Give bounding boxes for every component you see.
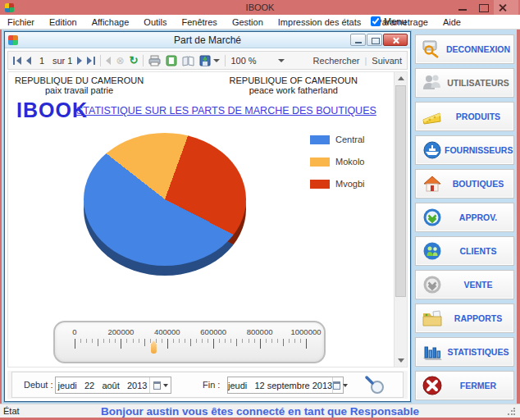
gauge-tick-label: 200000 bbox=[108, 327, 135, 336]
statusbar: État Bonjour austin vous êtes connecté e… bbox=[0, 404, 520, 418]
close-button[interactable] bbox=[494, 0, 518, 15]
zoom-select[interactable]: 100 % bbox=[230, 56, 284, 66]
end-date-picker[interactable]: jeudi 12 septembre 2013 bbox=[227, 377, 344, 394]
sidebar-button-vente[interactable]: VENTE bbox=[415, 270, 514, 299]
minimize-button[interactable] bbox=[453, 0, 473, 15]
gauge-tick bbox=[202, 339, 203, 343]
print-icon[interactable] bbox=[148, 55, 161, 66]
last-page-button[interactable] bbox=[87, 57, 95, 65]
sidebar-button-statistiques[interactable]: STATISTIQUES bbox=[415, 337, 514, 367]
sidebar-button-fournisseurs[interactable]: FOURNISSEURS bbox=[415, 135, 514, 165]
gauge-tick-label: 400000 bbox=[154, 327, 180, 336]
first-page-button[interactable] bbox=[13, 57, 21, 65]
previous-page-button[interactable] bbox=[26, 57, 31, 65]
menu-fichier[interactable]: Fichier bbox=[0, 15, 42, 30]
sidebar-button-approv[interactable]: APPROV. bbox=[415, 203, 514, 232]
gauge-tick bbox=[98, 339, 98, 346]
export-icon bbox=[199, 55, 211, 66]
gauge-tick bbox=[115, 339, 116, 343]
report-title: STATISTIQUE SUR LES PARTS DE MARCHE DES … bbox=[76, 105, 376, 116]
start-date-dropdown[interactable] bbox=[149, 377, 171, 393]
pie-legend: CentralMokoloMvogbi bbox=[310, 135, 364, 201]
find-next-link[interactable]: Suivant bbox=[372, 56, 402, 66]
sidebar-button-deconnexion[interactable]: DECONNEXION bbox=[415, 34, 514, 64]
gauge-tick bbox=[126, 339, 127, 343]
sidebar-button-label: CLIENTS bbox=[445, 246, 513, 256]
sidebar-button-fermer[interactable]: FERMER bbox=[415, 371, 514, 400]
next-page-button[interactable] bbox=[77, 57, 82, 65]
search-link[interactable]: Rechercher bbox=[313, 56, 360, 66]
grey-orb-icon bbox=[420, 274, 445, 295]
gauge-tick bbox=[213, 339, 214, 349]
report-maximize-button[interactable] bbox=[367, 34, 382, 46]
gauge-tick bbox=[156, 339, 157, 343]
sidebar-button-produits[interactable]: PRODUITS bbox=[415, 102, 514, 131]
menu-checkbox[interactable] bbox=[371, 16, 381, 26]
close-x-icon bbox=[420, 375, 445, 396]
report-header-right: REPUBLIQUE OF CAMEROUN peace work father… bbox=[230, 75, 358, 95]
report-minimize-button[interactable] bbox=[350, 34, 366, 46]
chevron-down-icon bbox=[163, 384, 168, 387]
gauge-tick bbox=[173, 339, 174, 343]
stop-rendering-icon[interactable]: ⊗ bbox=[116, 55, 124, 66]
sidebar-button-boutiques[interactable]: BOUTIQUES bbox=[415, 169, 514, 199]
ibook-application-window: IBOOK FichierEditionAffichageOutilsFenêt… bbox=[0, 0, 520, 420]
legend-item: Mokolo bbox=[310, 157, 364, 167]
scrollbar-thumb[interactable] bbox=[395, 85, 406, 297]
gauge-tick bbox=[162, 339, 162, 343]
end-date-dropdown[interactable] bbox=[332, 377, 348, 393]
report-window-titlebar[interactable]: Part de Marché bbox=[5, 32, 410, 48]
sidebar-button-label: RAPPORTS bbox=[445, 313, 513, 323]
refresh-icon[interactable]: ↻ bbox=[130, 54, 139, 66]
print-layout-icon[interactable] bbox=[166, 55, 177, 66]
gauge-tick bbox=[230, 339, 231, 343]
back-to-parent-icon[interactable] bbox=[106, 57, 111, 65]
report-vertical-scrollbar[interactable] bbox=[394, 72, 407, 367]
start-date-label: Debut : bbox=[24, 380, 52, 390]
menu-edition[interactable]: Edition bbox=[42, 15, 84, 30]
report-header-left: REPUBLIQUE DU CAMEROUN paix travail patr… bbox=[15, 75, 144, 95]
gauge-tick bbox=[236, 339, 237, 346]
maximize-button[interactable] bbox=[473, 0, 494, 15]
search-magnifier-icon[interactable] bbox=[363, 375, 386, 396]
page-setup-icon[interactable] bbox=[182, 55, 194, 66]
gauge-tick bbox=[86, 339, 87, 343]
gauge-tick bbox=[133, 339, 134, 343]
menu-checkbox-label: Menu bbox=[384, 16, 407, 26]
menu-toggle[interactable]: Menu bbox=[371, 16, 407, 26]
resize-grip-icon[interactable] bbox=[507, 408, 515, 416]
pie-surface bbox=[84, 133, 246, 266]
legend-item: Central bbox=[310, 135, 364, 144]
start-date-picker[interactable]: jeudi 22 août 2013 bbox=[55, 377, 171, 394]
current-page-input[interactable]: 1 bbox=[36, 56, 48, 66]
gauge-tick-label: 800000 bbox=[247, 327, 273, 336]
report-window-title: Part de Marché bbox=[5, 34, 410, 46]
sidebar-menu: DECONNEXIONUTILISATEURSPRODUITSFOURNISSE… bbox=[415, 34, 514, 400]
sidebar-button-label: UTILISATEURS bbox=[445, 78, 513, 88]
report-child-window: Part de Marché 1 sur 1 ⊗ ↻ bbox=[4, 31, 411, 402]
report-close-button[interactable] bbox=[383, 34, 408, 46]
sidebar-button-utilisateurs[interactable]: UTILISATEURS bbox=[415, 68, 514, 98]
scroll-up-icon[interactable] bbox=[395, 72, 408, 84]
gauge-tick bbox=[242, 339, 243, 343]
cheese-icon bbox=[420, 106, 445, 127]
menu-impression-des-tats[interactable]: Impression des états bbox=[271, 15, 369, 30]
report-page: REPUBLIQUE DU CAMEROUN paix travail patr… bbox=[7, 71, 408, 368]
window-title: IBOOK bbox=[0, 2, 520, 12]
gauge-tick bbox=[75, 339, 75, 349]
menu-aide[interactable]: Aide bbox=[436, 15, 468, 30]
gauge-tick bbox=[283, 339, 284, 346]
menu-fen-tres[interactable]: Fenêtres bbox=[174, 15, 224, 30]
scroll-down-icon[interactable] bbox=[395, 354, 408, 367]
sidebar-button-label: FOURNISSEURS bbox=[445, 145, 514, 155]
status-welcome-message: Bonjour austin vous êtes connecté en tan… bbox=[0, 405, 520, 418]
menu-affichage[interactable]: Affichage bbox=[84, 15, 137, 30]
sidebar-button-clients[interactable]: CLIENTS bbox=[415, 236, 514, 266]
menu-gestion[interactable]: Gestion bbox=[225, 15, 271, 30]
sidebar-button-rapports[interactable]: RAPPORTS bbox=[415, 304, 514, 333]
menu-outils[interactable]: Outils bbox=[136, 15, 174, 30]
bar-chart-icon bbox=[420, 341, 445, 363]
gauge-tick bbox=[80, 339, 81, 343]
house-icon bbox=[420, 173, 445, 194]
export-dropdown[interactable] bbox=[199, 55, 220, 66]
